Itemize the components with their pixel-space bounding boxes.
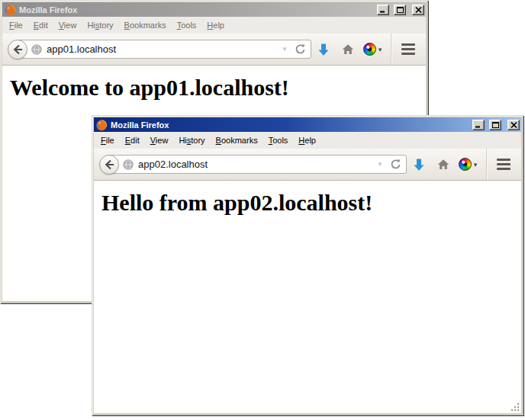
download-arrow-icon [413,158,425,172]
page-content-app02: Hello from app02.localhost! [94,181,521,413]
menu-history[interactable]: History [82,18,118,32]
home-icon [342,43,354,55]
menu-view[interactable]: View [53,18,82,32]
reload-icon [390,159,401,170]
menu-bookmarks[interactable]: Bookmarks [119,18,172,32]
menu-bar: File Edit View History Bookmarks Tools H… [94,132,521,149]
url-bar[interactable]: ▼ [17,40,311,59]
navigation-toolbar: ▼ ▾ [2,34,426,66]
menu-edit[interactable]: Edit [28,18,53,32]
menu-bar: File Edit View History Bookmarks Tools H… [2,17,426,34]
close-button[interactable] [412,5,424,15]
hamburger-icon [497,159,511,170]
menu-help[interactable]: Help [201,18,230,32]
reload-icon [295,43,306,55]
urlbar-dropdown-icon[interactable]: ▼ [277,46,292,53]
app-menu-button[interactable] [491,153,516,176]
download-arrow-icon [317,43,330,56]
reload-button[interactable] [388,159,404,170]
color-wheel-icon [459,158,472,171]
back-button[interactable] [8,40,27,59]
color-picker-extension-button[interactable]: ▾ [360,38,385,61]
site-identity-globe-icon[interactable] [123,159,134,170]
menu-file[interactable]: File [95,133,120,147]
extension-caret-icon: ▾ [378,46,382,53]
firefox-icon[interactable] [95,119,108,131]
download-button[interactable] [407,153,431,176]
menu-view[interactable]: View [145,133,174,147]
maximize-button[interactable] [489,120,501,130]
close-button[interactable] [507,120,520,130]
back-button[interactable] [99,155,119,175]
minimize-icon [475,122,482,128]
urlbar-dropdown-icon[interactable]: ▼ [372,161,388,168]
minimize-icon [380,7,386,13]
menu-help[interactable]: Help [293,133,321,147]
menu-tools[interactable]: Tools [172,18,202,32]
toolbar-separator [486,149,487,180]
firefox-icon[interactable] [4,4,16,16]
page-heading: Welcome to app01.localhost! [10,75,426,101]
url-bar[interactable]: ▼ [108,155,407,174]
maximize-button[interactable] [394,5,406,15]
color-picker-extension-button[interactable]: ▾ [456,153,480,176]
titlebar[interactable]: Mozilla Firefox [94,117,521,132]
toolbar-separator [391,34,391,65]
minimize-button[interactable] [377,5,389,15]
window-title: Mozilla Firefox [19,5,374,14]
window-title: Mozilla Firefox [111,120,469,130]
page-heading: Hello from app02.localhost! [101,190,521,216]
firefox-window-app02: Mozilla Firefox File Edit View History B… [92,115,523,415]
home-button[interactable] [431,153,456,176]
close-icon [415,7,422,13]
download-button[interactable] [311,38,336,61]
app-menu-button[interactable] [396,38,420,61]
maximize-icon [397,7,404,13]
back-arrow-icon [12,44,23,55]
home-icon [437,159,449,170]
navigation-toolbar: ▼ ▾ [94,149,521,181]
menu-history[interactable]: History [173,133,210,147]
minimize-button[interactable] [472,120,485,130]
site-identity-globe-icon[interactable] [31,44,42,55]
resize-grip[interactable] [511,402,520,412]
color-wheel-icon [363,43,376,56]
url-input[interactable] [138,159,372,170]
menu-edit[interactable]: Edit [120,133,145,147]
titlebar[interactable]: Mozilla Firefox [2,2,426,17]
menu-file[interactable]: File [4,18,28,32]
extension-caret-icon: ▾ [474,161,478,168]
url-input[interactable] [47,43,277,55]
reload-button[interactable] [292,43,308,55]
menu-bookmarks[interactable]: Bookmarks [211,133,263,147]
maximize-icon [492,122,499,128]
home-button[interactable] [336,38,360,61]
hamburger-icon [401,43,415,55]
menu-tools[interactable]: Tools [263,133,294,147]
back-arrow-icon [104,159,114,170]
close-icon [511,122,517,128]
